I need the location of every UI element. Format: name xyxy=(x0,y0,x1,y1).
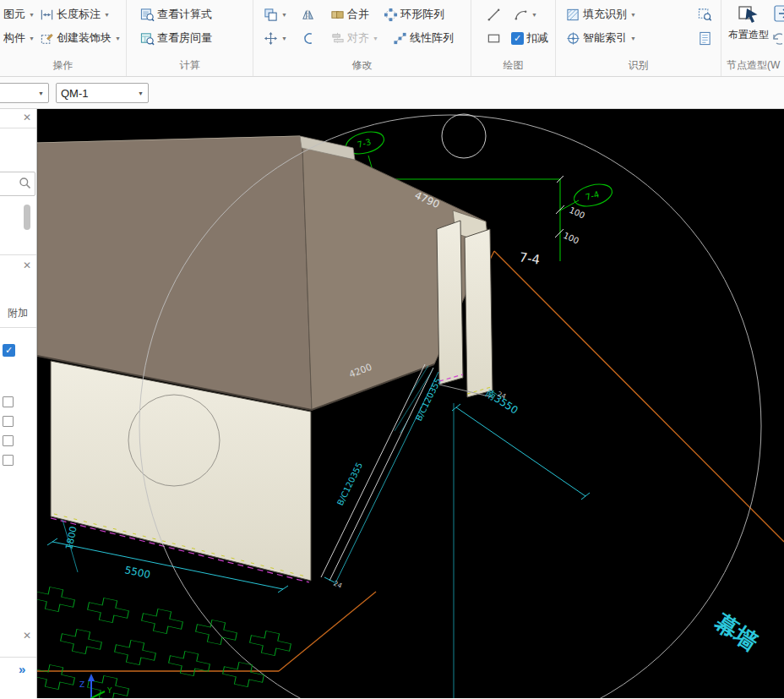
axis-label-z: Z xyxy=(79,680,84,689)
search-input[interactable] xyxy=(0,172,35,196)
copy-icon xyxy=(264,8,278,22)
element-dropdown-button[interactable]: 图元 ▼ xyxy=(2,6,36,23)
dropdown-caret-icon: ▼ xyxy=(29,35,35,41)
create-decor-block-button[interactable]: 创建装饰块 ▼ xyxy=(38,30,122,46)
ribbon: 图元 ▼ 长度标注 ▼ 构件 ▼ xyxy=(0,0,784,77)
search-icon xyxy=(19,177,31,189)
component-dropdown-button[interactable]: 构件 ▼ xyxy=(2,30,36,46)
ribbon-group-calc: 查看计算式 查看房间量 计算 xyxy=(127,0,253,76)
panel-divider xyxy=(0,657,36,658)
linear-array-icon xyxy=(393,31,407,46)
smart-index-icon xyxy=(566,31,580,46)
dropdown-caret-icon: ▼ xyxy=(104,12,110,18)
checkbox-checked-icon: ✓ xyxy=(511,32,524,45)
expand-panel-button[interactable]: » xyxy=(19,662,24,676)
curtain-wall-text[interactable]: 幕墙 xyxy=(710,608,763,655)
align-dropdown-button[interactable]: 对齐 ▼ xyxy=(329,30,380,46)
clipped-toolbar-icon[interactable] xyxy=(772,3,784,25)
scrollbar-thumb[interactable] xyxy=(24,205,30,230)
group-label-operation: 操作 xyxy=(0,58,126,76)
clipped-toolbar-icon[interactable] xyxy=(770,30,782,47)
floor-hatch-pattern xyxy=(37,584,292,698)
draw-line-button[interactable] xyxy=(485,7,503,23)
fill-recognize-icon xyxy=(566,8,580,22)
smart-index-dropdown-button[interactable]: 智能索引 ▼ xyxy=(564,30,638,46)
close-icon[interactable]: ✕ xyxy=(23,112,31,123)
move-dropdown-button[interactable]: ▼ xyxy=(262,30,289,46)
attribute-checkbox[interactable] xyxy=(3,435,14,446)
cad-canvas-area[interactable]: 7-3 7-4 xyxy=(37,109,784,698)
rectangle-icon xyxy=(487,31,501,46)
copy-dropdown-button[interactable]: ▼ xyxy=(262,7,289,23)
left-panel: ✕ ✕ 附加 ✓ ✕ » xyxy=(0,109,37,698)
decor-block-icon xyxy=(40,31,54,46)
attribute-checkbox-checked[interactable]: ✓ xyxy=(3,344,15,357)
attribute-column-header: 附加 xyxy=(8,306,28,320)
dropdown-caret-icon: ▼ xyxy=(38,90,44,96)
close-icon[interactable]: ✕ xyxy=(23,630,31,642)
panel-divider xyxy=(0,254,36,255)
merge-icon xyxy=(330,8,345,22)
calc-expression-icon xyxy=(140,8,155,22)
document-list-button[interactable] xyxy=(696,30,714,46)
dimension-text[interactable]: 5500 xyxy=(123,564,151,581)
align-icon xyxy=(330,31,345,46)
dropdown-caret-icon: ▼ xyxy=(138,90,144,96)
ring-array-button[interactable]: 环形阵列 xyxy=(382,6,446,23)
merge-button[interactable]: 合并 xyxy=(329,6,371,23)
ucs-axis-indicator: Z Y xyxy=(79,674,112,698)
wall-strip-a[interactable] xyxy=(437,221,463,385)
ring-array-icon xyxy=(384,8,398,22)
fill-recognize-dropdown-button[interactable]: 填充识别 ▼ xyxy=(564,6,638,23)
group-label-calc: 计算 xyxy=(127,58,253,76)
layer-combobox[interactable]: ▼ xyxy=(0,83,49,103)
grid-label-7-3: 7-3 xyxy=(357,137,373,150)
dropdown-caret-icon: ▼ xyxy=(531,12,537,18)
length-annotation-button[interactable]: 长度标注 ▼ xyxy=(38,6,112,23)
group-label-recognize: 识别 xyxy=(556,58,721,76)
partial-rotate-icon xyxy=(770,30,782,47)
group-label-draw: 绘图 xyxy=(471,58,555,76)
dropdown-caret-icon: ▼ xyxy=(115,35,121,41)
cad-viewport[interactable]: 7-3 7-4 xyxy=(37,109,784,698)
dropdown-caret-icon: ▼ xyxy=(281,12,287,18)
ribbon-group-draw: ▼ ✓ 扣减 绘图 xyxy=(471,0,556,76)
view-calculation-button[interactable]: 查看计算式 xyxy=(139,6,214,23)
grid-name-text[interactable]: 7-4 xyxy=(518,249,541,268)
view-room-quantity-button[interactable]: 查看房间量 xyxy=(139,30,214,46)
ribbon-group-operation: 图元 ▼ 长度标注 ▼ 构件 ▼ xyxy=(0,0,127,76)
draw-arc-dropdown-button[interactable]: ▼ xyxy=(512,7,539,23)
room-quantity-icon xyxy=(140,31,155,46)
length-dimension-icon xyxy=(40,8,54,22)
construction-circle-small[interactable] xyxy=(442,114,486,158)
dashed-magnifier-icon xyxy=(698,8,712,22)
close-icon[interactable]: ✕ xyxy=(23,259,31,271)
attribute-checkbox[interactable] xyxy=(3,416,14,427)
group-label-modify: 修改 xyxy=(253,58,471,76)
dropdown-caret-icon: ▼ xyxy=(373,35,378,41)
mirror-button[interactable] xyxy=(300,7,318,23)
group-label-node-shape: 节点造型(W xyxy=(721,58,784,76)
mirror-icon xyxy=(302,8,316,22)
panel-divider xyxy=(0,128,36,128)
dropdown-caret-icon: ▼ xyxy=(281,35,287,41)
beam-label[interactable]: B/C120355 xyxy=(335,461,364,507)
line-icon xyxy=(487,8,501,22)
selection-zoom-button[interactable] xyxy=(696,7,714,23)
dimension-text[interactable]: 100 xyxy=(568,205,586,221)
curtain-wall-name-combobox[interactable]: QM-1 ▼ xyxy=(56,83,149,103)
move-icon xyxy=(264,31,278,46)
partial-button-icon xyxy=(772,3,784,25)
offset-icon xyxy=(302,31,316,46)
place-shape-button[interactable]: 布置造型 xyxy=(722,3,775,42)
attribute-checkbox[interactable] xyxy=(3,396,14,407)
grid-label-7-4: 7-4 xyxy=(585,189,601,202)
draw-rect-button[interactable] xyxy=(485,30,503,46)
dimension-text[interactable]: 100 xyxy=(562,231,580,246)
wall-strip-b[interactable] xyxy=(465,229,493,397)
attribute-checkbox[interactable] xyxy=(3,455,14,466)
offset-button[interactable] xyxy=(300,30,318,46)
cad-application-window: 图元 ▼ 长度标注 ▼ 构件 ▼ xyxy=(0,0,784,699)
subtract-checkbox[interactable]: ✓ 扣减 xyxy=(509,30,550,46)
linear-array-button[interactable]: 线性阵列 xyxy=(391,30,455,46)
